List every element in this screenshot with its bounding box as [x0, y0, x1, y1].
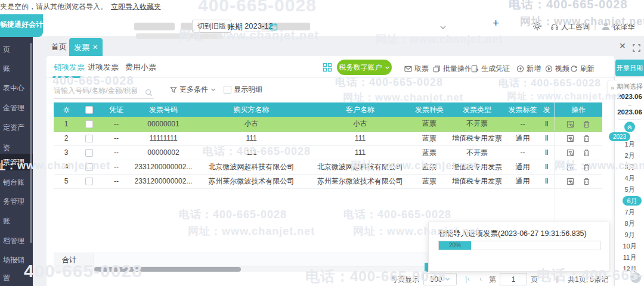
scroll-up-icon[interactable] [624, 122, 635, 132]
tab-invoice-active[interactable]: 发票 ✕ [69, 38, 103, 57]
year-badge[interactable]: 2023 [609, 132, 630, 141]
add-account-button[interactable]: + [493, 17, 499, 30]
subtab-purchase-invoices[interactable]: 进项发票 [88, 62, 119, 73]
table-row[interactable]: 4--2331200000002...北京微波网超科技有限公司北京微波网超科技有… [54, 160, 602, 174]
sidebar-item-expense[interactable]: 场报销 [0, 252, 33, 268]
sidebar-item-invoices-active[interactable]: 票管理 [0, 154, 33, 170]
month-item-9[interactable]: 9月 [615, 230, 644, 240]
invoice-search[interactable] [54, 83, 154, 99]
month-item-5[interactable]: 5月 [615, 185, 644, 194]
month-item-3[interactable]: 3月 [615, 162, 644, 172]
sidebar-item-reports[interactable]: 表中心 [0, 80, 33, 96]
generate-voucher-button[interactable]: 生成凭证 [471, 64, 510, 74]
month-item-11[interactable]: 11月 [615, 253, 644, 262]
table-row[interactable]: 3--00000002111111蓝票不开票--Ⅱ [54, 145, 602, 160]
row-checkbox[interactable] [79, 174, 99, 188]
panel-collapse-icon[interactable]: » [608, 80, 617, 95]
col-voucher[interactable]: 凭证 [99, 102, 134, 117]
row-checkbox[interactable] [79, 131, 99, 145]
view-invoice-icon[interactable] [566, 134, 574, 142]
next-page-icon[interactable]: › [541, 274, 544, 283]
view-invoice-icon[interactable] [566, 120, 574, 128]
sidebar-item-ledger[interactable]: 销台账 [0, 175, 33, 190]
view-invoice-icon[interactable] [566, 163, 574, 171]
col-buyer-name[interactable]: 购买方名称 [193, 102, 309, 117]
month-item-7[interactable]: 7月 [615, 207, 644, 217]
month-item-2[interactable]: 2月 [615, 151, 644, 160]
add-new-button[interactable]: 新增 [516, 64, 541, 74]
close-icon[interactable]: ✕ [619, 41, 626, 51]
gear-icon[interactable] [532, 20, 542, 31]
month-item-12[interactable]: 12月 [615, 264, 644, 273]
sidebar-item-fixed-assets[interactable]: 定资产 [0, 120, 33, 135]
row-checkbox[interactable] [79, 160, 99, 174]
subtab-expense-receipts[interactable]: 费用小票 [125, 62, 156, 73]
col-truncated[interactable]: 发 [539, 102, 555, 117]
sidebar-item-closing[interactable]: 账 [0, 213, 33, 229]
delete-invoice-icon[interactable] [583, 177, 590, 185]
table-row[interactable]: 1--00000001小古小古蓝票不开票--Ⅱ [54, 117, 602, 131]
delete-invoice-icon[interactable] [583, 134, 590, 142]
col-invoice-kind[interactable]: 发票种类 [411, 102, 448, 117]
row-checkbox[interactable] [79, 145, 99, 160]
period-from[interactable]: 2023.06 [615, 93, 644, 100]
more-filters-button[interactable]: 更多条件 [170, 85, 216, 95]
sidebar-item-tax[interactable]: 务管理 [0, 194, 33, 209]
table-row[interactable]: 2--11111111111111蓝票增值税专用发票通用Ⅱ [54, 131, 602, 145]
table-row[interactable]: 5--2331200000002...苏州莱尔微波技术有限公司苏州莱尔微波技术有… [54, 174, 602, 188]
sidebar-item-bookkeeping[interactable]: 账 [0, 61, 33, 76]
col-customer-name[interactable]: 客户名称 [309, 102, 411, 117]
column-settings-gear-icon[interactable] [54, 102, 79, 117]
show-detail-toggle[interactable]: 显示明细 [224, 85, 262, 95]
grid-apps-icon[interactable] [323, 61, 332, 72]
cell-type: 增值税专用发票 [448, 160, 506, 174]
row-checkbox[interactable] [79, 117, 99, 131]
period-value[interactable]: 2023-12 [244, 21, 273, 32]
support-link[interactable]: 人工咨询 [561, 22, 590, 32]
last-page-icon[interactable]: ›| [553, 274, 558, 283]
month-item-6[interactable]: 6月 [623, 196, 642, 206]
invoice-date-button[interactable]: 开票日期 [615, 60, 644, 76]
account-dropdown-chevron-icon[interactable] [439, 21, 447, 32]
scroll-down-icon[interactable] [630, 272, 641, 283]
sidebar-scrollbar[interactable] [30, 43, 32, 243]
col-invoice-type[interactable]: 发票类型 [448, 102, 506, 117]
switch-to-old-version-button[interactable]: 切到旧版 [192, 20, 231, 33]
sidebar-item-funds[interactable]: 金管理 [0, 100, 33, 116]
user-name[interactable]: 徐泽华 [613, 22, 634, 32]
search-input[interactable] [54, 83, 137, 95]
sidebar-item-settings[interactable]: 置 [0, 271, 33, 286]
tax-digital-account-button[interactable]: 税务数字账户 [337, 60, 392, 75]
col-invoice-no[interactable]: 发票号码 [134, 102, 193, 117]
refresh-button[interactable]: 刷新 [570, 64, 595, 74]
batch-operations-button[interactable]: 批量操作 [433, 64, 472, 74]
sidebar-item-archives[interactable]: 档管理 [0, 233, 33, 248]
view-invoice-icon[interactable] [566, 177, 574, 185]
fullscreen-icon[interactable] [633, 42, 640, 52]
view-invoice-icon[interactable] [566, 148, 574, 157]
tab-close-icon[interactable]: ✕ [92, 43, 98, 51]
fetch-invoice-button[interactable]: 取票 [404, 64, 429, 74]
period-to[interactable]: 2023.06 [615, 108, 644, 116]
month-item-8[interactable]: 8月 [615, 219, 644, 228]
first-page-icon[interactable]: |‹ [465, 274, 470, 283]
col-invoice-tag[interactable]: 发票标签 [506, 102, 539, 117]
subtab-sales-invoices[interactable]: 销项发票 [54, 62, 85, 73]
prev-page-icon[interactable]: ‹ [479, 274, 482, 283]
delete-invoice-icon[interactable] [583, 148, 590, 157]
import-bookmarks-link[interactable]: 立即导入收藏夹 [111, 2, 161, 12]
page-number-input[interactable]: 1 [500, 273, 527, 285]
month-item-10[interactable]: 10月 [615, 241, 644, 251]
per-page-select[interactable]: 500 [423, 273, 457, 285]
search-icon[interactable] [145, 87, 153, 98]
horizontal-scrollbar-thumb[interactable] [94, 267, 241, 272]
month-item-4[interactable]: 4月 [615, 173, 644, 183]
delete-invoice-icon[interactable] [583, 163, 590, 171]
show-detail-checkbox[interactable] [224, 86, 231, 94]
calendar-icon[interactable] [270, 21, 278, 32]
sidebar-item-home[interactable]: 页 [0, 42, 33, 57]
select-all-checkbox[interactable] [79, 102, 99, 117]
tab-home[interactable]: 首页 [51, 42, 67, 52]
delete-invoice-icon[interactable] [583, 120, 590, 128]
video-help-button[interactable]: 视频 [545, 64, 569, 74]
